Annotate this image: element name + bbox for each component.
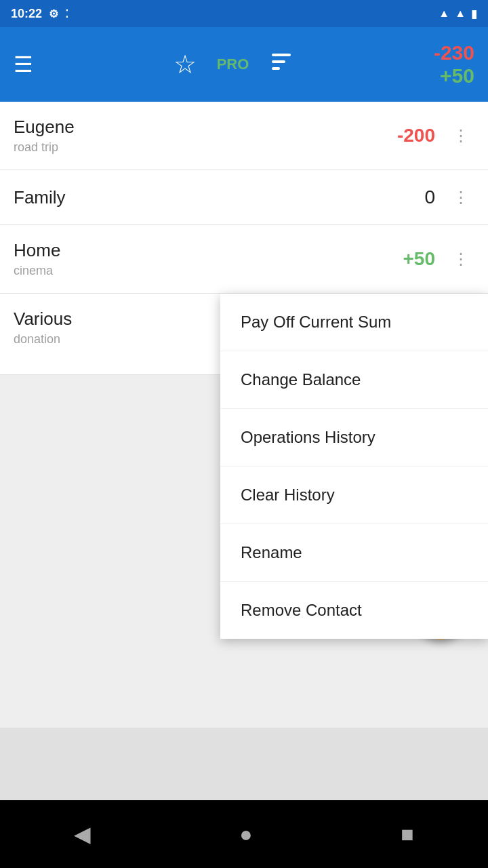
- more-icon-home[interactable]: ⋮: [447, 247, 474, 271]
- svg-rect-0: [272, 54, 291, 56]
- toolbar-center: ☆ PRO: [174, 50, 294, 79]
- svg-rect-2: [272, 67, 280, 70]
- battery-icon: ▮: [471, 7, 477, 20]
- contact-right-family: 0 ⋮: [424, 185, 474, 210]
- contact-name-home: Home: [14, 240, 60, 261]
- contact-item-home[interactable]: Home cinema +50 ⋮: [0, 225, 488, 294]
- contact-right-eugene: -200 ⋮: [397, 123, 474, 148]
- toolbar-left: ☰: [14, 52, 33, 77]
- total-balance-positive: +50: [440, 64, 474, 87]
- contact-list: Eugene road trip -200 ⋮ Family 0 ⋮ Home …: [0, 102, 488, 294]
- contact-info-home: Home cinema: [14, 240, 60, 278]
- settings-icon: ⚙: [49, 7, 58, 20]
- contact-right-home: +50 ⋮: [403, 247, 475, 271]
- more-icon-eugene[interactable]: ⋮: [447, 123, 474, 148]
- contact-balance-home: +50: [403, 248, 436, 270]
- recents-button[interactable]: ■: [401, 822, 413, 847]
- contact-item-family[interactable]: Family 0 ⋮: [0, 170, 488, 225]
- dropdown-item-pay-off[interactable]: Pay Off Current Sum: [220, 294, 488, 351]
- status-bar-right: ▲ ▲ ▮: [439, 7, 477, 20]
- back-button[interactable]: ◀: [74, 821, 91, 847]
- contact-name-various: Various: [14, 309, 207, 330]
- gray-area: Various donation Pay Off Current Sum Cha…: [0, 294, 488, 728]
- contact-name-family: Family: [14, 187, 66, 208]
- menu-button[interactable]: ☰: [14, 52, 33, 77]
- svg-rect-1: [272, 60, 285, 63]
- contact-info-family: Family: [14, 187, 66, 208]
- home-button[interactable]: ●: [239, 822, 252, 847]
- more-icon-family[interactable]: ⋮: [447, 185, 474, 210]
- status-time: 10:22: [11, 7, 42, 21]
- pro-label[interactable]: PRO: [217, 56, 249, 73]
- nav-bar: ◀ ● ■: [0, 800, 488, 868]
- contact-item-eugene[interactable]: Eugene road trip -200 ⋮: [0, 102, 488, 170]
- contact-balance-eugene: -200: [397, 125, 435, 146]
- contact-name-eugene: Eugene: [14, 117, 75, 138]
- sort-icon[interactable]: [269, 50, 293, 79]
- toolbar: ☰ ☆ PRO -230 +50: [0, 27, 488, 102]
- signal-icon: ▲: [455, 7, 466, 20]
- toolbar-balance: -230 +50: [434, 41, 474, 87]
- contact-info-eugene: Eugene road trip: [14, 117, 75, 155]
- dots-icon: ⁚: [65, 7, 68, 20]
- total-balance-negative: -230: [434, 41, 474, 64]
- dropdown-item-operations-history[interactable]: Operations History: [220, 409, 488, 467]
- contact-item-various[interactable]: Various donation: [0, 294, 220, 375]
- dropdown-item-remove-contact[interactable]: Remove Contact: [220, 582, 488, 639]
- status-bar: 10:22 ⚙ ⁚ ▲ ▲ ▮: [0, 0, 488, 27]
- contact-sub-eugene: road trip: [14, 140, 75, 155]
- dropdown-item-clear-history[interactable]: Clear History: [220, 467, 488, 524]
- dropdown-item-rename[interactable]: Rename: [220, 524, 488, 582]
- star-icon[interactable]: ☆: [174, 50, 197, 79]
- wifi-icon: ▲: [439, 7, 449, 20]
- contact-balance-family: 0: [424, 186, 435, 208]
- status-bar-left: 10:22 ⚙ ⁚: [11, 7, 68, 21]
- dropdown-item-change-balance[interactable]: Change Balance: [220, 351, 488, 409]
- dropdown-menu: Pay Off Current Sum Change Balance Opera…: [220, 294, 488, 639]
- contact-sub-various: donation: [14, 332, 207, 347]
- contact-sub-home: cinema: [14, 264, 60, 278]
